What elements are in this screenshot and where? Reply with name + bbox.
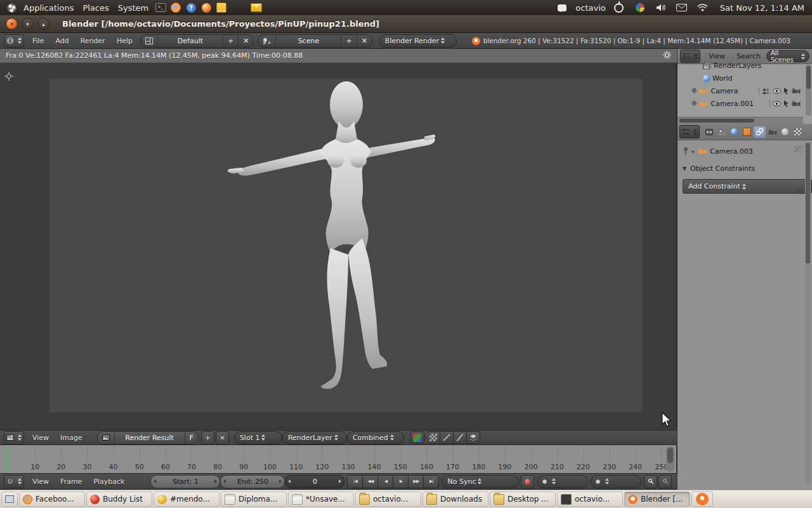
sync-dropdown[interactable]: No Sync	[442, 475, 519, 488]
playback-button-1[interactable]: ◀◀	[363, 475, 378, 488]
render-layer-dropdown[interactable]: RenderLayer	[282, 431, 347, 444]
layers-toggle[interactable]	[467, 431, 480, 444]
editor-type-button-outliner[interactable]	[680, 50, 700, 63]
insert-keyframe-button[interactable]	[644, 475, 657, 488]
image-editor-viewport[interactable]	[0, 63, 677, 430]
applications-menu[interactable]: Applications	[19, 3, 78, 13]
taskbar-item[interactable]: octavio...	[557, 491, 623, 507]
timeline-scrollbar-thumb[interactable]	[667, 448, 673, 463]
gear-icon[interactable]	[663, 51, 671, 61]
show-desktop-button[interactable]	[1, 491, 18, 507]
editor-type-button-properties[interactable]	[679, 125, 700, 138]
ubuntu-logo-icon[interactable]	[6, 2, 17, 13]
tab-object[interactable]	[741, 126, 753, 138]
users-icon[interactable]	[762, 88, 770, 94]
session-username[interactable]: octavio	[575, 3, 605, 13]
taskbar-item[interactable]: Downloads	[422, 491, 488, 507]
image-menu-view[interactable]: View	[27, 434, 55, 442]
eye-icon[interactable]	[773, 101, 781, 107]
outliner-item-world[interactable]: World	[678, 72, 812, 84]
tab-scene[interactable]	[716, 126, 728, 138]
slot-dropdown[interactable]: Slot 1	[234, 431, 282, 444]
timeline-menu-frame[interactable]: Frame	[55, 478, 88, 486]
outliner-vertical-scrollbar[interactable]	[806, 65, 811, 116]
screen-layout-name[interactable]: Default	[157, 35, 223, 47]
timeline-ruler[interactable]: 1020304050607080901001101201301401501601…	[0, 445, 677, 473]
render-toggle-camera-icon[interactable]	[792, 88, 801, 94]
outliner-item-label[interactable]: World	[712, 74, 733, 83]
render-pass-dropdown[interactable]: Combined	[347, 431, 404, 444]
timeline-menu-view[interactable]: View	[27, 478, 55, 486]
mail-status-icon[interactable]	[676, 2, 688, 13]
mail-notifier-icon[interactable]	[251, 2, 262, 13]
pin-icon[interactable]	[683, 147, 689, 156]
menu-add[interactable]: Add	[49, 37, 74, 45]
tab-world[interactable]	[728, 126, 740, 138]
scene-selector[interactable]: Scene + ✕	[258, 34, 372, 48]
render-toggle-camera-icon[interactable]	[792, 100, 801, 107]
active-keying-set-field[interactable]	[591, 475, 641, 488]
system-menu[interactable]: System	[114, 3, 153, 13]
taskbar-item[interactable]: Desktop ...	[490, 491, 556, 507]
image-datablock-selector[interactable]: Render Result F	[97, 431, 199, 444]
power-icon[interactable]	[613, 2, 625, 13]
selectable-cursor-icon[interactable]	[783, 87, 789, 95]
expand-icon[interactable]: ⊕	[691, 100, 697, 107]
fake-user-button[interactable]: F	[185, 432, 198, 444]
taskbar-item[interactable]: Blender [...	[624, 491, 690, 507]
taskbar-item[interactable]: octavio...	[355, 491, 421, 507]
screen-layout-add-button[interactable]: +	[223, 35, 238, 47]
outliner-menu-view[interactable]: View	[703, 52, 731, 60]
outliner-display-mode-dropdown[interactable]: All Scenes	[766, 50, 809, 62]
current-frame-field[interactable]: 0	[285, 475, 344, 488]
delete-keyframe-button[interactable]	[658, 475, 672, 488]
terminal-launcher-icon[interactable]: >_	[155, 2, 166, 13]
updates-icon[interactable]	[634, 2, 646, 13]
record-button[interactable]	[521, 475, 534, 488]
eye-icon[interactable]	[773, 88, 781, 94]
outliner-item-label[interactable]: RenderLayers	[714, 62, 762, 70]
volume-icon[interactable]	[655, 2, 667, 13]
scrollbar-thumb[interactable]	[806, 143, 810, 264]
window-minimize-button[interactable]: ▾	[22, 18, 34, 30]
end-frame-field[interactable]: End: 250	[220, 475, 285, 488]
tab-render[interactable]	[703, 126, 715, 138]
keying-set-field[interactable]	[537, 475, 588, 488]
clock[interactable]: Sat Nov 12, 1:14 AM	[716, 3, 808, 13]
tab-object-data[interactable]	[766, 126, 778, 138]
screen-layout-delete-button[interactable]: ✕	[238, 35, 253, 47]
menu-help[interactable]: Help	[111, 37, 138, 45]
menu-render[interactable]: Render	[75, 37, 111, 45]
properties-scrollbar[interactable]	[805, 142, 811, 485]
window-maximize-button[interactable]: ▴	[37, 18, 49, 30]
draw-rgb-toggle[interactable]	[410, 431, 424, 444]
timeline-menu-playback[interactable]: Playback	[88, 478, 130, 486]
places-menu[interactable]: Places	[78, 3, 113, 13]
draw-zbuffer-toggle[interactable]	[440, 431, 454, 444]
start-frame-field[interactable]: Start: 1	[150, 475, 220, 488]
scene-delete-button[interactable]: ✕	[357, 35, 372, 47]
selectable-cursor-icon[interactable]	[783, 100, 789, 107]
tab-material[interactable]	[779, 126, 791, 138]
wifi-icon[interactable]	[697, 2, 709, 13]
taskbar-item[interactable]: Diploma...	[221, 491, 287, 507]
image-unlink-button[interactable]: ✕	[216, 431, 229, 444]
tab-texture[interactable]	[792, 126, 804, 138]
playback-button-3[interactable]: ▶	[393, 475, 409, 488]
panel-header[interactable]: ▼ Object Constraints	[683, 164, 807, 173]
scene-name[interactable]: Scene	[275, 35, 341, 47]
playback-button-0[interactable]: |◀	[347, 475, 363, 488]
editor-type-button-image[interactable]	[4, 431, 24, 444]
expand-icon[interactable]: ⊕	[691, 88, 697, 94]
playback-button-2[interactable]: ◀	[378, 475, 393, 488]
draw-alpha-toggle[interactable]	[427, 431, 440, 444]
image-datablock-name[interactable]: Render Result	[114, 432, 185, 444]
playback-button-5[interactable]: ▶|	[424, 475, 439, 488]
image-menu-image[interactable]: Image	[55, 434, 88, 442]
menu-file[interactable]: File	[27, 37, 49, 45]
breadcrumb-object-name[interactable]: Camera.003	[710, 147, 753, 156]
chat-status-icon[interactable]	[556, 2, 568, 13]
window-title-bar[interactable]: ✕ ▾ ▴ Blender [/home/octavio/Documents/P…	[0, 15, 812, 33]
image-new-button[interactable]: +	[201, 431, 214, 444]
editor-type-button-timeline[interactable]	[4, 475, 24, 488]
